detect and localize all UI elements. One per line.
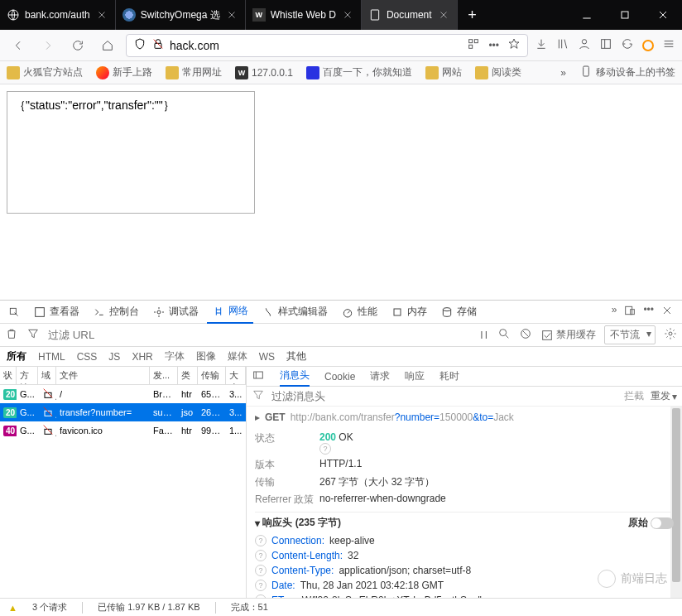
folder-icon	[7, 66, 20, 79]
tab-headers[interactable]: 消息头	[280, 367, 310, 387]
home-button[interactable]	[96, 34, 119, 57]
filter-input[interactable]	[48, 329, 147, 341]
col-initiator[interactable]: 发...	[150, 367, 178, 384]
bookmark-item[interactable]: 移动设备上的书签	[579, 65, 675, 80]
bookmark-item[interactable]: 新手上路	[96, 65, 152, 79]
close-window-button[interactable]	[644, 0, 682, 30]
resend-button[interactable]: 重发 ▾	[651, 389, 677, 403]
filter-fonts[interactable]: 字体	[165, 349, 185, 363]
back-button[interactable]	[7, 34, 30, 57]
stat-warn-icon[interactable]: ▲	[8, 603, 17, 613]
reload-button[interactable]	[66, 34, 89, 57]
svg-rect-4	[469, 40, 473, 43]
svg-point-12	[157, 310, 161, 314]
request-row[interactable]: 20G.../Bro...htr652...3...	[0, 385, 246, 403]
request-summary: ▸ GET http://bank.com/transfer?number=15…	[255, 411, 674, 423]
raw-toggle[interactable]	[651, 517, 674, 529]
maximize-button[interactable]	[606, 0, 644, 30]
bookmark-item[interactable]: 阅读类	[475, 65, 521, 79]
devtools-overflow-icon[interactable]: »	[612, 304, 617, 320]
browser-tab[interactable]: bank.com/auth	[0, 0, 116, 30]
filter-all[interactable]: 所有	[7, 349, 26, 363]
clear-button[interactable]	[5, 327, 18, 343]
devtools-close-icon[interactable]	[660, 304, 674, 320]
filter-css[interactable]: CSS	[77, 351, 98, 363]
col-file[interactable]: 文件	[56, 367, 150, 384]
block-icon[interactable]	[519, 327, 532, 343]
switchyomega-toolbar-icon[interactable]	[642, 40, 654, 51]
new-tab-button[interactable]: +	[458, 0, 487, 30]
panel-performance[interactable]: 性能	[336, 301, 382, 324]
url-input[interactable]: hack.com •••	[126, 34, 528, 57]
filter-ws[interactable]: WS	[259, 351, 275, 363]
browser-tab[interactable]: W Whistle Web D	[246, 0, 362, 30]
section-title: 响应头 (235 字节)	[262, 516, 341, 530]
bookmark-item[interactable]: 常用网址	[166, 65, 222, 79]
filter-other[interactable]: 其他	[286, 349, 306, 363]
bookmark-item[interactable]: 百度一下，你就知道	[306, 65, 412, 79]
qr-icon[interactable]	[467, 37, 480, 53]
col-type[interactable]: 类	[178, 367, 198, 384]
page-actions-icon[interactable]: •••	[488, 40, 499, 51]
panel-inspector[interactable]: 查看器	[28, 301, 84, 324]
response-headers-section[interactable]: ▾ 响应头 (235 字节) 原始	[255, 512, 674, 533]
vertical-scrollbar[interactable]	[670, 407, 682, 598]
disable-cache-checkbox[interactable]: 禁用缓存	[540, 328, 596, 342]
bookmark-item[interactable]: W127.0.0.1	[235, 66, 293, 79]
forward-button[interactable]	[36, 34, 60, 57]
bookmark-item[interactable]: 网站	[425, 65, 462, 79]
col-status[interactable]: 状	[0, 367, 17, 384]
library-icon[interactable]	[556, 37, 569, 53]
request-method: GET	[265, 411, 286, 423]
intercept-label[interactable]: 拦截	[624, 389, 644, 403]
tab-cookies[interactable]: Cookie	[324, 371, 355, 383]
downloads-icon[interactable]	[535, 37, 548, 53]
expand-icon[interactable]: ▸	[255, 411, 260, 423]
menu-icon[interactable]	[662, 37, 675, 53]
detail-preview-icon[interactable]	[252, 368, 265, 384]
close-icon[interactable]	[437, 8, 450, 22]
svg-rect-16	[626, 306, 632, 314]
close-icon[interactable]	[341, 8, 354, 22]
col-domain[interactable]: 域	[38, 367, 56, 384]
browser-tab-active[interactable]: Document	[362, 0, 458, 30]
devtools-more-icon[interactable]: •••	[643, 304, 654, 320]
pause-button[interactable]: II	[480, 330, 489, 341]
extension-icon[interactable]	[621, 37, 634, 53]
panel-storage[interactable]: 存储	[435, 301, 482, 324]
bookmark-item[interactable]: 火狐官方站点	[7, 65, 83, 79]
filter-js[interactable]: JS	[108, 351, 120, 363]
filter-media[interactable]: 媒体	[228, 349, 247, 363]
col-method[interactable]: 方法	[17, 367, 38, 384]
tab-request[interactable]: 请求	[370, 369, 390, 383]
col-size[interactable]: 大小	[226, 367, 246, 384]
panel-debugger[interactable]: 调试器	[147, 301, 204, 324]
devtools-tabbar: 查看器 控制台 调试器 网络 样式编辑器 性能 内存 存储 » •••	[0, 301, 682, 324]
close-icon[interactable]	[225, 8, 238, 22]
responsive-design-icon[interactable]	[623, 304, 636, 320]
tab-response[interactable]: 响应	[405, 369, 425, 383]
filter-xhr[interactable]: XHR	[132, 351, 152, 363]
col-transferred[interactable]: 传输	[198, 367, 226, 384]
inspect-element-button[interactable]	[3, 301, 25, 324]
filter-images[interactable]: 图像	[196, 349, 216, 363]
settings-icon[interactable]	[664, 327, 677, 343]
close-icon[interactable]	[95, 8, 108, 22]
browser-tab[interactable]: SwitchyOmega 选	[116, 0, 246, 30]
request-row[interactable]: 20G...transfer?number=sub...jso267...3..…	[0, 403, 246, 421]
header-filter-input[interactable]	[271, 390, 371, 402]
account-icon[interactable]	[578, 37, 591, 53]
bookmarks-overflow-icon[interactable]: »	[560, 67, 566, 79]
throttle-dropdown[interactable]: 不节流	[604, 325, 656, 344]
tab-timings[interactable]: 耗时	[439, 369, 459, 383]
sidebar-icon[interactable]	[599, 37, 612, 53]
request-row[interactable]: 40G...favicon.icoFavi...htr995...1...	[0, 421, 246, 440]
panel-style-editor[interactable]: 样式编辑器	[257, 301, 333, 324]
panel-network[interactable]: 网络	[207, 301, 253, 324]
filter-html[interactable]: HTML	[38, 351, 65, 363]
search-icon[interactable]	[497, 327, 511, 343]
panel-memory[interactable]: 内存	[386, 301, 432, 324]
minimize-button[interactable]	[568, 0, 606, 30]
panel-console[interactable]: 控制台	[88, 301, 144, 324]
bookmark-star-icon[interactable]	[507, 37, 521, 53]
